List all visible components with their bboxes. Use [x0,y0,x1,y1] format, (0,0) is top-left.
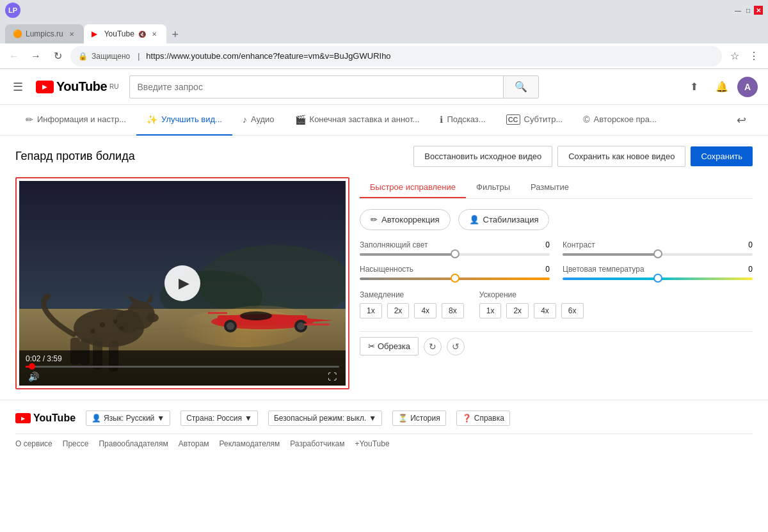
tab-lumpics-close[interactable]: ✕ [67,29,76,38]
footer-safety-select[interactable]: Безопасный режим: выкл. ▼ [268,411,382,426]
tab-youtube-close[interactable]: ✕ [150,29,159,38]
svg-rect-16 [208,312,227,314]
maximize-button[interactable]: □ [744,6,753,15]
tab-endscreen[interactable]: 🎬 Конечная заставка и аннот... [285,105,430,136]
bookmark-button[interactable]: ☆ [726,47,744,65]
tab-endscreen-icon: 🎬 [295,114,306,125]
yt-search-input[interactable] [129,75,503,98]
slow-1x-button[interactable]: 1x [360,303,382,318]
footer-language-select[interactable]: 👤 Язык: Русский ▼ [86,411,170,426]
yt-logo-ru: RU [109,83,118,90]
reload-button[interactable]: ↻ [49,47,67,65]
minimize-button[interactable]: — [733,6,742,15]
tab-copyright-icon: © [583,114,589,125]
fast-2x-button[interactable]: 2x [506,303,529,318]
autocorrect-label: Автокоррекция [381,215,440,224]
video-bottom-controls: 🔊 ⛶ [26,372,339,382]
footer-country-select[interactable]: Страна: Россия ▼ [180,411,258,426]
slow-motion-buttons: 1x 2x 4x 8x [360,303,464,318]
slow-2x-button[interactable]: 2x [387,303,410,318]
slider-fill-light-fill [360,253,455,256]
speed-up-group: Ускорение 1x 2x 4x 6x [479,290,584,318]
yt-search-button[interactable]: 🔍 [503,75,539,98]
autocorrect-button[interactable]: ✏ Автокоррекция [360,209,451,230]
tab-cards[interactable]: ℹ Подсказ... [429,105,495,136]
tab-lumpics[interactable]: 🟠 Lumpics.ru ✕ [5,24,84,43]
tab-audio-label: Аудио [251,114,275,124]
footer-link-plus[interactable]: +YouTube [355,439,389,448]
yt-bell-button[interactable]: 🔔 [709,74,735,100]
yt-menu-button[interactable]: ☰ [10,77,26,97]
footer-help-button[interactable]: ❓ Справка [456,411,510,426]
svg-point-27 [100,322,105,327]
slider-fill-light-thumb[interactable] [451,249,460,258]
slider-contrast-thumb[interactable] [653,249,662,258]
slow-8x-button[interactable]: 8x [442,303,464,318]
fast-4x-button[interactable]: 4x [534,303,556,318]
video-progress-dot[interactable] [29,363,35,370]
slider-color-temp-track[interactable] [563,278,753,280]
footer-link-about[interactable]: О сервисе [15,439,52,448]
play-button[interactable] [164,265,200,301]
enhance-toolbar: ✂ Обрезка ↻ ↺ [360,331,753,356]
youtube-page: ☰ YouTubeRU 🔍 ⬆ 🔔 A ✏ Информация и настр… [0,69,768,532]
rotate-ccw-button[interactable]: ↺ [447,338,465,356]
svg-rect-15 [304,324,330,325]
security-label: Защищено [92,52,130,61]
footer-link-press[interactable]: Прессе [63,439,89,448]
slider-saturation-thumb[interactable] [451,274,460,283]
close-button[interactable]: ✕ [754,6,763,15]
footer-history-button[interactable]: ⏳ История [392,411,446,426]
browser-menu-button[interactable]: ⋮ [745,47,763,65]
tab-endscreen-label: Конечная заставка и аннот... [310,114,420,124]
video-volume-button[interactable]: 🔊 [26,372,42,382]
footer-link-advertisers[interactable]: Рекламодателям [220,439,280,448]
footer-safety-label: Безопасный режим: выкл. [274,414,366,423]
crop-button[interactable]: ✂ Обрезка [360,337,419,356]
stabilize-button[interactable]: 👤 Стабилизация [458,209,550,230]
slider-fill-light-track[interactable] [360,253,550,256]
video-player[interactable]: 0:02 / 3:59 🔊 ⛶ [19,181,346,386]
fast-1x-button[interactable]: 1x [479,303,502,318]
yt-user-avatar[interactable]: A [737,77,758,97]
enhance-tab-blur[interactable]: Размытие [520,177,579,198]
footer-link-copyright[interactable]: Правообладателям [99,439,168,448]
save-new-button[interactable]: Сохранить как новое видео [557,146,685,167]
slider-contrast-track[interactable] [563,253,753,256]
tab-cards-icon: ℹ [440,114,443,125]
enhance-tab-filters[interactable]: Фильтры [466,177,520,198]
slider-contrast: Контраст 0 [563,240,753,256]
autocorrect-icon: ✏ [371,215,378,224]
slider-color-temp-thumb[interactable] [653,274,662,283]
editor-content: Гепард против болида Восстановить исходн… [0,136,768,400]
tab-mute-icon[interactable]: 🔇 [138,31,146,38]
enhance-tab-quick[interactable]: Быстрое исправление [360,177,466,198]
editor-actions: Восстановить исходное видео Сохранить ка… [413,146,753,167]
video-progress-bar[interactable] [26,366,339,368]
svg-point-22 [115,310,141,333]
editor-tabs: ✏ Информация и настр... ✨ Улучшить вид..… [0,105,768,136]
back-button[interactable]: ← [5,47,23,65]
fast-6x-button[interactable]: 6x [561,303,584,318]
stabilize-icon: 👤 [469,215,479,224]
footer-link-developers[interactable]: Разработчикам [290,439,344,448]
slow-4x-button[interactable]: 4x [414,303,436,318]
tab-enhance[interactable]: ✨ Улучшить вид... [136,105,232,136]
address-input-area[interactable]: 🔒 Защищено | https://www.youtube.com/enh… [70,46,722,66]
tab-audio[interactable]: ♪ Аудио [232,105,285,136]
tab-back-button[interactable]: ↩ [730,109,753,132]
tab-subtitles[interactable]: CC Субтитр... [496,105,573,136]
rotate-cw-button[interactable]: ↻ [424,338,442,356]
new-tab-button[interactable]: + [166,26,184,43]
yt-upload-button[interactable]: ⬆ [681,74,707,100]
tab-youtube[interactable]: ▶ YouTube 🔇 ✕ [84,24,166,43]
save-button[interactable]: Сохранить [691,146,753,166]
tab-copyright[interactable]: © Авторское пра... [573,105,667,136]
restore-button[interactable]: Восстановить исходное видео [413,146,552,167]
forward-button[interactable]: → [27,47,45,65]
footer-history-label: История [410,414,440,423]
footer-link-authors[interactable]: Авторам [179,439,209,448]
tab-info[interactable]: ✏ Информация и настр... [15,105,136,136]
video-fullscreen-button[interactable]: ⛶ [325,372,339,382]
slider-saturation-track[interactable] [360,278,550,280]
